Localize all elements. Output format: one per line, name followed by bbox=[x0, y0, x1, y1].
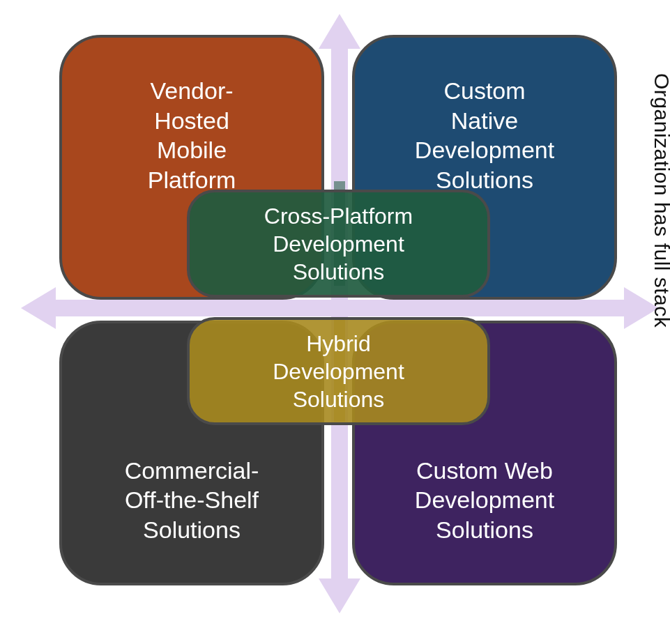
center-pill-upper: Cross-PlatformDevelopmentSolutions bbox=[187, 190, 490, 298]
quadrant-label: Custom WebDevelopmentSolutions bbox=[415, 456, 554, 545]
pill-label: Cross-PlatformDevelopmentSolutions bbox=[264, 202, 413, 286]
pill-label: HybridDevelopmentSolutions bbox=[273, 330, 404, 413]
quadrant-diagram: Vendor-HostedMobilePlatform CustomNative… bbox=[0, 0, 670, 644]
arrow-down-icon bbox=[319, 578, 360, 613]
quadrant-label: Vendor-HostedMobilePlatform bbox=[148, 76, 236, 194]
arrow-up-icon bbox=[319, 14, 360, 49]
center-pill-lower: HybridDevelopmentSolutions bbox=[187, 317, 490, 425]
arrow-left-icon bbox=[21, 287, 56, 329]
axis-label-right: Organization has full stack bbox=[650, 73, 670, 328]
quadrant-label: Commercial-Off-the-ShelfSolutions bbox=[125, 456, 259, 545]
quadrant-label: CustomNativeDevelopmentSolutions bbox=[415, 76, 554, 194]
horizontal-axis-arrow bbox=[42, 300, 634, 316]
